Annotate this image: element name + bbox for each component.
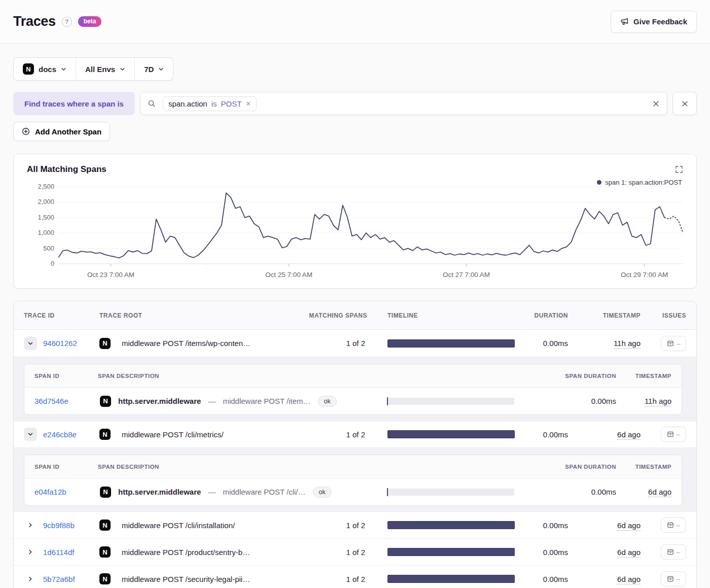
issues-cell-button[interactable]: – (661, 336, 686, 351)
close-icon (681, 100, 689, 108)
token-key: span.action (168, 99, 207, 108)
span-timeline-bar (387, 489, 514, 496)
duration-value: 0.00ms (515, 339, 568, 348)
y-axis-tick-label: 500 (43, 245, 54, 252)
collapse-trace-button[interactable] (24, 337, 37, 350)
token-remove-icon[interactable]: ✕ (245, 100, 251, 107)
environment-filter[interactable]: All Envs (76, 58, 134, 80)
trace-id-link[interactable]: e246cb8e (43, 430, 77, 439)
duration-value: 0.00ms (515, 575, 568, 583)
project-filter[interactable]: N docs (14, 58, 76, 80)
x-axis: Oct 23 7:00 AMOct 25 7:00 AMOct 27 7:00 … (58, 267, 683, 280)
remove-span-filter-button[interactable] (672, 92, 697, 115)
expand-trace-button[interactable] (24, 545, 37, 559)
filter-bar: N docs All Envs 7D (13, 57, 173, 81)
traces-table: TRACE ID TRACE ROOT MATCHING SPANS TIMEL… (13, 301, 697, 588)
token-operator: is (211, 99, 217, 108)
expand-chart-button[interactable] (675, 164, 683, 174)
issues-cell-button[interactable]: – (661, 427, 686, 442)
timestamp-value[interactable]: 6d ago (617, 575, 641, 584)
span-id-link[interactable]: e04fa12b (34, 488, 66, 496)
trace-row: 94601262Nmiddleware POST /items/wp-conte… (14, 330, 696, 357)
nextjs-project-icon: N (23, 63, 34, 75)
span-column-header: TIMESTAMP (616, 373, 671, 379)
timestamp-value[interactable]: 6d ago (617, 548, 641, 558)
timestamp-value[interactable]: 6d ago (617, 430, 641, 440)
trace-id-link[interactable]: 5b72a6bf (43, 575, 75, 583)
column-header-timeline: TIMELINE (387, 312, 515, 319)
span-subtable-wrap: SPAN IDSPAN DESCRIPTIONSPAN DURATIONTIME… (14, 357, 696, 421)
span-operation: http.server.middleware (118, 488, 201, 496)
trace-root-text: middleware POST /cli/installation/ (122, 521, 235, 530)
help-icon[interactable]: ? (62, 17, 72, 27)
give-feedback-label: Give Feedback (633, 17, 687, 26)
span-column-header: SPAN DESCRIPTION (98, 373, 387, 379)
beta-badge: beta (78, 16, 102, 27)
x-axis-tick-label: Oct 23 7:00 AM (87, 271, 134, 279)
timestamp-value[interactable]: 6d ago (617, 521, 641, 531)
span-status-badge: ok (313, 487, 332, 498)
span-duration-value: 0.00ms (514, 488, 616, 496)
issues-cell-button[interactable]: – (661, 571, 686, 586)
date-range-filter[interactable]: 7D (134, 58, 173, 80)
timestamp-value[interactable]: 11h ago (614, 339, 641, 349)
timeline-bar (387, 430, 515, 438)
separator-dash: — (208, 397, 216, 405)
issues-cell-button[interactable]: – (661, 517, 686, 533)
duration-value: 0.00ms (515, 521, 568, 530)
search-input[interactable] (264, 99, 645, 108)
trace-id-link[interactable]: 1d6114df (43, 548, 74, 557)
x-axis-tick-label: Oct 25 7:00 AM (265, 271, 312, 279)
trace-id-link[interactable]: 9cb9f88b (43, 521, 75, 530)
chevron-down-icon (61, 66, 66, 72)
trace-id-link[interactable]: 94601262 (43, 339, 77, 348)
issues-icon (667, 340, 674, 347)
span-id-link[interactable]: 36d7546e (34, 397, 68, 405)
x-axis-tick-label: Oct 27 7:00 AM (443, 271, 490, 279)
span-subtable-header: SPAN IDSPAN DESCRIPTIONSPAN DURATIONTIME… (24, 364, 682, 388)
matching-spans-chart-panel: All Matching Spans span 1: span.action:P… (13, 154, 697, 289)
issues-empty-dash: – (677, 575, 681, 582)
date-range-filter-label: 7D (144, 65, 154, 74)
span-timeline-tick (387, 488, 388, 496)
nextjs-project-icon: N (99, 520, 111, 531)
timeline-bar (387, 521, 515, 529)
timeline-bar (387, 339, 515, 348)
nextjs-project-icon: N (100, 487, 111, 498)
page-header: Traces ? beta Give Feedback (0, 0, 710, 44)
expand-trace-button[interactable] (24, 518, 37, 532)
search-filter-token[interactable]: span.action is POST ✕ (163, 96, 257, 111)
span-status-badge: ok (318, 396, 337, 407)
add-another-span-button[interactable]: Add Another Span (13, 122, 110, 141)
y-axis-tick-label: 1,000 (38, 229, 54, 236)
span-subtable: SPAN IDSPAN DESCRIPTIONSPAN DURATIONTIME… (24, 364, 682, 415)
clear-search-button[interactable] (652, 100, 660, 108)
issues-cell-button[interactable]: – (661, 544, 686, 560)
matching-spans-count: 1 of 2 (291, 521, 367, 530)
span-subtable: SPAN IDSPAN DESCRIPTIONSPAN DURATIONTIME… (24, 455, 682, 506)
trace-root-text: middleware POST /cli/metrics/ (122, 430, 224, 439)
y-axis-tick-label: 0 (51, 260, 54, 267)
nextjs-project-icon: N (99, 573, 111, 584)
column-header-issues: ISSUES (641, 312, 686, 319)
trace-root-text: middleware POST /product/sentry-b… (122, 548, 250, 557)
span-timestamp-value[interactable]: 11h ago (645, 397, 671, 406)
span-column-header: SPAN DURATION (514, 373, 616, 379)
span-timestamp-value[interactable]: 6d ago (648, 488, 671, 497)
spans-chart-svg (58, 181, 683, 267)
add-another-span-label: Add Another Span (35, 127, 101, 136)
issues-icon (667, 575, 674, 582)
collapse-trace-button[interactable] (24, 428, 37, 441)
expand-trace-button[interactable] (24, 572, 37, 585)
nextjs-project-icon: N (99, 546, 111, 558)
span-column-header: TIMESTAMP (616, 464, 671, 470)
search-icon (148, 99, 156, 108)
span-search-box[interactable]: span.action is POST ✕ (140, 92, 667, 115)
span-column-header: SPAN ID (34, 464, 98, 470)
give-feedback-button[interactable]: Give Feedback (611, 11, 697, 33)
column-header-timestamp: TIMESTAMP (568, 312, 641, 319)
matching-spans-count: 1 of 2 (291, 430, 367, 439)
timeline-bar (387, 575, 515, 583)
trace-row: 9cb9f88bNmiddleware POST /cli/installati… (14, 511, 696, 538)
span-row: e04fa12bNhttp.server.middleware—middlewa… (24, 478, 682, 505)
